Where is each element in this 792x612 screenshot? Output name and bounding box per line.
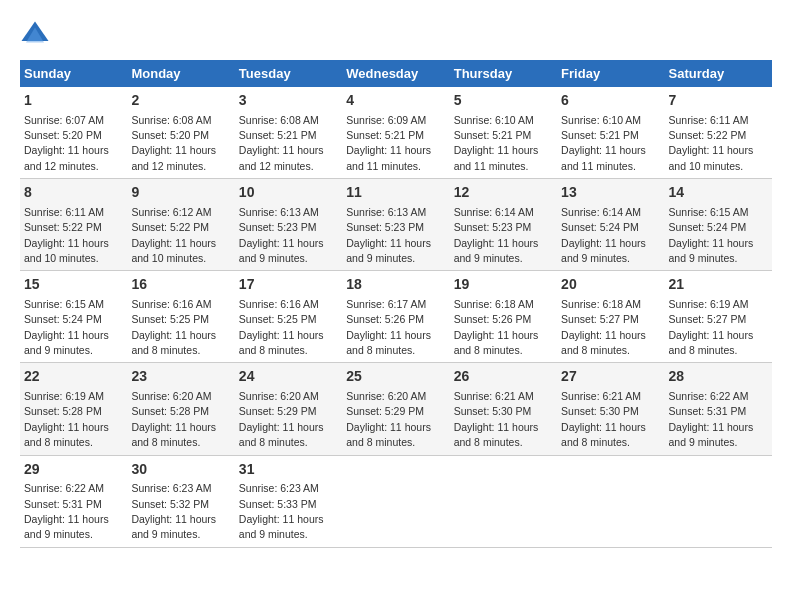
calendar-cell: 13Sunrise: 6:14 AMSunset: 5:24 PMDayligh… <box>557 179 664 271</box>
day-number: 8 <box>24 183 123 203</box>
calendar-cell: 23Sunrise: 6:20 AMSunset: 5:28 PMDayligh… <box>127 363 234 455</box>
cell-sunrise: Sunrise: 6:07 AMSunset: 5:20 PMDaylight:… <box>24 114 109 172</box>
day-number: 15 <box>24 275 123 295</box>
calendar-cell: 30Sunrise: 6:23 AMSunset: 5:32 PMDayligh… <box>127 455 234 547</box>
day-number: 18 <box>346 275 445 295</box>
day-number: 7 <box>669 91 768 111</box>
page-header <box>20 20 772 50</box>
header-day-tuesday: Tuesday <box>235 60 342 87</box>
cell-sunrise: Sunrise: 6:20 AMSunset: 5:28 PMDaylight:… <box>131 390 216 448</box>
calendar-cell: 3Sunrise: 6:08 AMSunset: 5:21 PMDaylight… <box>235 87 342 179</box>
day-number: 9 <box>131 183 230 203</box>
calendar-cell: 1Sunrise: 6:07 AMSunset: 5:20 PMDaylight… <box>20 87 127 179</box>
calendar-cell <box>665 455 772 547</box>
day-number: 21 <box>669 275 768 295</box>
cell-sunrise: Sunrise: 6:18 AMSunset: 5:27 PMDaylight:… <box>561 298 646 356</box>
cell-sunrise: Sunrise: 6:15 AMSunset: 5:24 PMDaylight:… <box>669 206 754 264</box>
calendar-body: 1Sunrise: 6:07 AMSunset: 5:20 PMDaylight… <box>20 87 772 547</box>
cell-sunrise: Sunrise: 6:11 AMSunset: 5:22 PMDaylight:… <box>24 206 109 264</box>
day-number: 19 <box>454 275 553 295</box>
logo-icon <box>20 20 50 50</box>
calendar-cell: 20Sunrise: 6:18 AMSunset: 5:27 PMDayligh… <box>557 271 664 363</box>
calendar-cell <box>342 455 449 547</box>
calendar-cell: 12Sunrise: 6:14 AMSunset: 5:23 PMDayligh… <box>450 179 557 271</box>
cell-sunrise: Sunrise: 6:08 AMSunset: 5:21 PMDaylight:… <box>239 114 324 172</box>
cell-sunrise: Sunrise: 6:22 AMSunset: 5:31 PMDaylight:… <box>24 482 109 540</box>
cell-sunrise: Sunrise: 6:14 AMSunset: 5:24 PMDaylight:… <box>561 206 646 264</box>
calendar-cell: 9Sunrise: 6:12 AMSunset: 5:22 PMDaylight… <box>127 179 234 271</box>
cell-sunrise: Sunrise: 6:16 AMSunset: 5:25 PMDaylight:… <box>131 298 216 356</box>
calendar-cell: 22Sunrise: 6:19 AMSunset: 5:28 PMDayligh… <box>20 363 127 455</box>
cell-sunrise: Sunrise: 6:23 AMSunset: 5:33 PMDaylight:… <box>239 482 324 540</box>
calendar-cell: 8Sunrise: 6:11 AMSunset: 5:22 PMDaylight… <box>20 179 127 271</box>
cell-sunrise: Sunrise: 6:13 AMSunset: 5:23 PMDaylight:… <box>346 206 431 264</box>
calendar-cell: 2Sunrise: 6:08 AMSunset: 5:20 PMDaylight… <box>127 87 234 179</box>
calendar-cell <box>557 455 664 547</box>
cell-sunrise: Sunrise: 6:11 AMSunset: 5:22 PMDaylight:… <box>669 114 754 172</box>
header-day-friday: Friday <box>557 60 664 87</box>
day-number: 14 <box>669 183 768 203</box>
day-number: 26 <box>454 367 553 387</box>
cell-sunrise: Sunrise: 6:22 AMSunset: 5:31 PMDaylight:… <box>669 390 754 448</box>
cell-sunrise: Sunrise: 6:23 AMSunset: 5:32 PMDaylight:… <box>131 482 216 540</box>
day-number: 28 <box>669 367 768 387</box>
day-number: 16 <box>131 275 230 295</box>
cell-sunrise: Sunrise: 6:09 AMSunset: 5:21 PMDaylight:… <box>346 114 431 172</box>
cell-sunrise: Sunrise: 6:16 AMSunset: 5:25 PMDaylight:… <box>239 298 324 356</box>
header-day-wednesday: Wednesday <box>342 60 449 87</box>
cell-sunrise: Sunrise: 6:19 AMSunset: 5:27 PMDaylight:… <box>669 298 754 356</box>
calendar-cell: 11Sunrise: 6:13 AMSunset: 5:23 PMDayligh… <box>342 179 449 271</box>
day-number: 29 <box>24 460 123 480</box>
calendar-cell: 28Sunrise: 6:22 AMSunset: 5:31 PMDayligh… <box>665 363 772 455</box>
day-number: 24 <box>239 367 338 387</box>
day-number: 13 <box>561 183 660 203</box>
header-day-sunday: Sunday <box>20 60 127 87</box>
day-number: 5 <box>454 91 553 111</box>
calendar-cell: 26Sunrise: 6:21 AMSunset: 5:30 PMDayligh… <box>450 363 557 455</box>
calendar-cell: 24Sunrise: 6:20 AMSunset: 5:29 PMDayligh… <box>235 363 342 455</box>
calendar-table: SundayMondayTuesdayWednesdayThursdayFrid… <box>20 60 772 548</box>
logo <box>20 20 56 50</box>
week-row-5: 29Sunrise: 6:22 AMSunset: 5:31 PMDayligh… <box>20 455 772 547</box>
day-number: 3 <box>239 91 338 111</box>
cell-sunrise: Sunrise: 6:21 AMSunset: 5:30 PMDaylight:… <box>454 390 539 448</box>
cell-sunrise: Sunrise: 6:20 AMSunset: 5:29 PMDaylight:… <box>346 390 431 448</box>
calendar-cell: 16Sunrise: 6:16 AMSunset: 5:25 PMDayligh… <box>127 271 234 363</box>
day-number: 27 <box>561 367 660 387</box>
day-number: 10 <box>239 183 338 203</box>
day-number: 12 <box>454 183 553 203</box>
cell-sunrise: Sunrise: 6:20 AMSunset: 5:29 PMDaylight:… <box>239 390 324 448</box>
calendar-header: SundayMondayTuesdayWednesdayThursdayFrid… <box>20 60 772 87</box>
day-number: 17 <box>239 275 338 295</box>
cell-sunrise: Sunrise: 6:17 AMSunset: 5:26 PMDaylight:… <box>346 298 431 356</box>
cell-sunrise: Sunrise: 6:10 AMSunset: 5:21 PMDaylight:… <box>561 114 646 172</box>
calendar-cell: 14Sunrise: 6:15 AMSunset: 5:24 PMDayligh… <box>665 179 772 271</box>
week-row-2: 8Sunrise: 6:11 AMSunset: 5:22 PMDaylight… <box>20 179 772 271</box>
cell-sunrise: Sunrise: 6:21 AMSunset: 5:30 PMDaylight:… <box>561 390 646 448</box>
day-number: 2 <box>131 91 230 111</box>
cell-sunrise: Sunrise: 6:14 AMSunset: 5:23 PMDaylight:… <box>454 206 539 264</box>
cell-sunrise: Sunrise: 6:15 AMSunset: 5:24 PMDaylight:… <box>24 298 109 356</box>
header-day-monday: Monday <box>127 60 234 87</box>
calendar-cell: 25Sunrise: 6:20 AMSunset: 5:29 PMDayligh… <box>342 363 449 455</box>
cell-sunrise: Sunrise: 6:18 AMSunset: 5:26 PMDaylight:… <box>454 298 539 356</box>
calendar-cell: 15Sunrise: 6:15 AMSunset: 5:24 PMDayligh… <box>20 271 127 363</box>
calendar-cell: 17Sunrise: 6:16 AMSunset: 5:25 PMDayligh… <box>235 271 342 363</box>
day-number: 6 <box>561 91 660 111</box>
calendar-cell: 7Sunrise: 6:11 AMSunset: 5:22 PMDaylight… <box>665 87 772 179</box>
cell-sunrise: Sunrise: 6:19 AMSunset: 5:28 PMDaylight:… <box>24 390 109 448</box>
day-number: 1 <box>24 91 123 111</box>
calendar-cell: 21Sunrise: 6:19 AMSunset: 5:27 PMDayligh… <box>665 271 772 363</box>
calendar-cell: 4Sunrise: 6:09 AMSunset: 5:21 PMDaylight… <box>342 87 449 179</box>
header-row: SundayMondayTuesdayWednesdayThursdayFrid… <box>20 60 772 87</box>
calendar-cell <box>450 455 557 547</box>
day-number: 31 <box>239 460 338 480</box>
cell-sunrise: Sunrise: 6:13 AMSunset: 5:23 PMDaylight:… <box>239 206 324 264</box>
cell-sunrise: Sunrise: 6:12 AMSunset: 5:22 PMDaylight:… <box>131 206 216 264</box>
day-number: 4 <box>346 91 445 111</box>
cell-sunrise: Sunrise: 6:10 AMSunset: 5:21 PMDaylight:… <box>454 114 539 172</box>
calendar-cell: 18Sunrise: 6:17 AMSunset: 5:26 PMDayligh… <box>342 271 449 363</box>
calendar-cell: 10Sunrise: 6:13 AMSunset: 5:23 PMDayligh… <box>235 179 342 271</box>
day-number: 30 <box>131 460 230 480</box>
week-row-1: 1Sunrise: 6:07 AMSunset: 5:20 PMDaylight… <box>20 87 772 179</box>
